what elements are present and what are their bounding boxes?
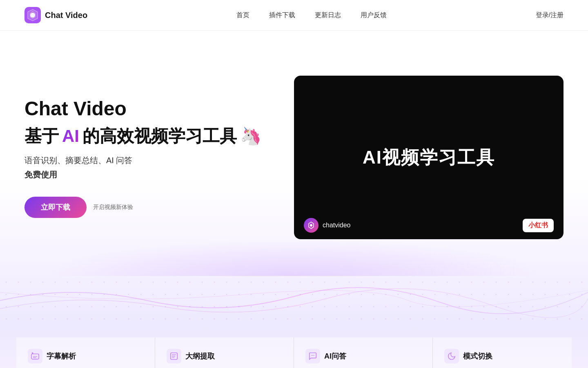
feature-ai-qa-title: AI问答	[324, 351, 346, 361]
feature-ai-qa-icon-wrap	[305, 349, 320, 364]
hero-section: Chat Video 基于 AI 的高效视频学习工具 🦄 语音识别、摘要总结、A…	[0, 31, 588, 276]
brand-logo-icon	[307, 221, 315, 229]
outline-icon	[169, 352, 178, 361]
feature-outline: 大纲提取 自动提取视频大纲，帮助您快速了解视频主题和内容，支持时间戳快速定位，帮…	[155, 337, 294, 368]
feature-ai-qa: AI问答 接入AI能力，支持AI字幕分析，AI翻译，AI纠错等更多功能，通过问答…	[294, 337, 433, 368]
svg-point-18	[314, 355, 314, 356]
wave-section	[0, 276, 588, 325]
feature-mode: 模式切换 支持明亮、暗黑模式切换，让您在不同的环境下都可以得到舒适的使用体验	[433, 337, 572, 368]
video-brand-name: chatvideo	[323, 222, 351, 229]
logo-text: Chat Video	[45, 11, 87, 20]
features-grid: 字幕解析 采用云端AI语音识别，支持处理各种语言的视频，高效快速、识别准确率高。…	[16, 337, 572, 368]
feature-mode-icon-wrap	[444, 349, 459, 364]
logo-icon	[24, 7, 41, 23]
video-brand: chatvideo	[304, 218, 351, 233]
nav-logo[interactable]: Chat Video	[24, 7, 87, 23]
hero-emoji: 🦄	[240, 126, 261, 146]
hero-suffix: 的高效视频学习工具	[82, 125, 237, 148]
svg-point-16	[311, 355, 312, 356]
nav-auth[interactable]: 登录/注册	[536, 11, 564, 20]
feature-subtitle-header: 字幕解析	[28, 349, 143, 364]
svg-rect-7	[0, 276, 588, 325]
nav-download[interactable]: 插件下载	[269, 11, 295, 20]
features-section: 字幕解析 采用云端AI语音识别，支持处理各种语言的视频，高效快速、识别准确率高。…	[0, 325, 588, 368]
hero-title-english: Chat Video	[24, 97, 261, 120]
hero-subtitle: 语音识别、摘要总结、AI 问答	[24, 155, 261, 166]
subtitle-icon	[31, 352, 40, 361]
svg-point-2	[30, 13, 35, 18]
feature-mode-title: 模式切换	[463, 351, 492, 361]
hero-title-chinese: 基于 AI 的高效视频学习工具 🦄	[24, 125, 261, 148]
ai-qa-icon	[308, 352, 317, 361]
nav-home[interactable]: 首页	[236, 11, 249, 20]
hero-cta: 立即下载 开启视频新体验	[24, 197, 261, 218]
feature-subtitle-icon-wrap	[28, 349, 42, 364]
hero-prefix: 基于	[24, 125, 59, 148]
video-brand-icon	[304, 218, 318, 233]
wave-svg	[0, 276, 588, 325]
svg-point-9	[32, 352, 33, 354]
feature-outline-header: 大纲提取	[167, 349, 282, 364]
mode-icon	[447, 352, 456, 361]
nav-links: 首页 插件下载 更新日志 用户反馈	[236, 11, 387, 20]
nav-changelog[interactable]: 更新日志	[315, 11, 341, 20]
video-main-text: AI视频学习工具	[363, 146, 495, 170]
nav-feedback[interactable]: 用户反馈	[361, 11, 387, 20]
hero-content: Chat Video 基于 AI 的高效视频学习工具 🦄 语音识别、摘要总结、A…	[24, 97, 261, 218]
feature-subtitle-title: 字幕解析	[47, 351, 76, 361]
xiaohongshu-badge: 小红书	[523, 219, 554, 232]
feature-outline-icon-wrap	[167, 349, 181, 364]
feature-ai-qa-header: AI问答	[305, 349, 421, 364]
video-card-bottom: chatvideo 小红书	[294, 211, 564, 239]
feature-subtitle: 字幕解析 采用云端AI语音识别，支持处理各种语言的视频，高效快速、识别准确率高。…	[16, 337, 155, 368]
feature-mode-header: 模式切换	[444, 349, 560, 364]
hero-free-label: 免费使用	[24, 169, 261, 180]
feature-outline-title: 大纲提取	[185, 351, 215, 361]
hero-video-area: AI视频学习工具 chatvideo 小红书	[286, 76, 564, 239]
navbar: Chat Video 首页 插件下载 更新日志 用户反馈 登录/注册	[0, 0, 588, 31]
cta-subtext: 开启视频新体验	[93, 204, 133, 211]
download-button[interactable]: 立即下载	[24, 197, 87, 218]
hero-ai-word: AI	[62, 126, 79, 146]
svg-point-5	[310, 224, 312, 227]
video-card: AI视频学习工具 chatvideo 小红书	[294, 76, 564, 239]
svg-point-17	[312, 355, 313, 356]
